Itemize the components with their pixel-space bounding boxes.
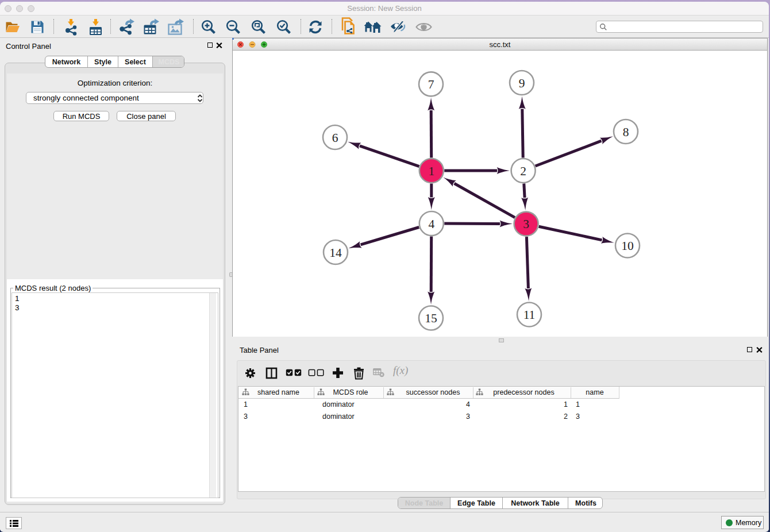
svg-text:9: 9 xyxy=(519,76,525,90)
svg-text:2: 2 xyxy=(520,164,526,178)
svg-text:8: 8 xyxy=(623,125,629,139)
svg-text:14: 14 xyxy=(329,246,342,260)
svg-text:10: 10 xyxy=(621,239,634,253)
svg-text:11: 11 xyxy=(523,308,536,322)
svg-text:3: 3 xyxy=(523,217,529,231)
svg-text:6: 6 xyxy=(332,131,338,145)
svg-text:15: 15 xyxy=(425,311,437,325)
svg-text:7: 7 xyxy=(428,78,434,91)
svg-text:4: 4 xyxy=(428,217,434,231)
svg-text:1: 1 xyxy=(428,164,434,178)
